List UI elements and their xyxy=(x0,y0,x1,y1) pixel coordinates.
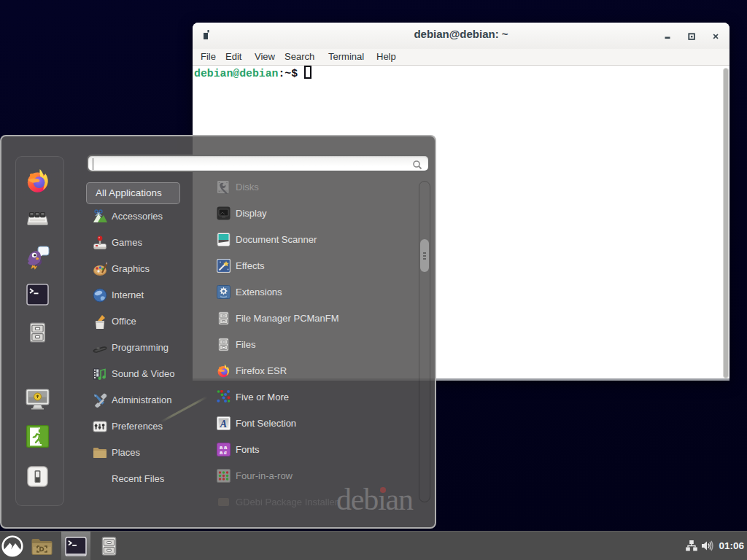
svg-text:A: A xyxy=(220,419,227,429)
svg-text:a: a xyxy=(224,449,227,456)
